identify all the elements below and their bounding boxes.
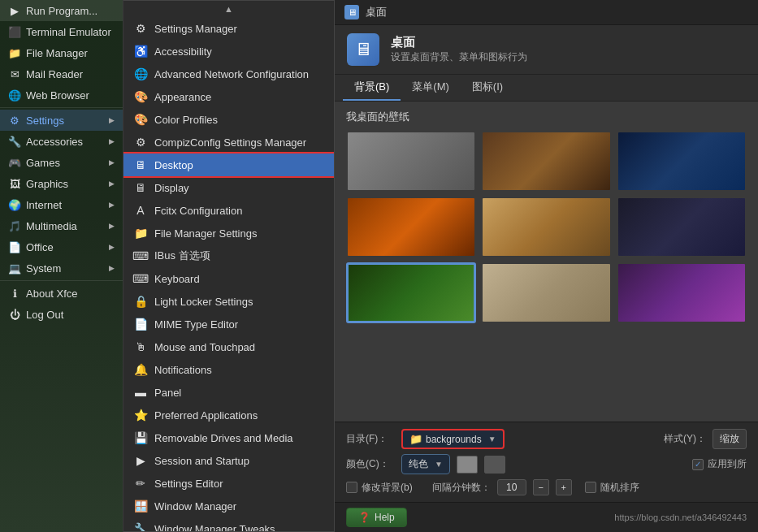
wallpaper-preview-4 — [348, 198, 474, 256]
dropdown-item-preferred-apps[interactable]: ⭐ Preferred Applications — [123, 404, 334, 426]
sidebar-item-internet[interactable]: 🌍 Internet ▶ — [0, 194, 123, 215]
sidebar-item-terminal[interactable]: ⬛ Terminal Emulator — [0, 21, 123, 42]
color-swatch-1[interactable] — [457, 456, 478, 474]
sidebar-item-about[interactable]: ℹ About Xfce — [0, 283, 123, 304]
sidebar-item-run-program[interactable]: ▶ Run Program... — [0, 0, 123, 21]
sidebar-item-system[interactable]: 💻 System ▶ — [0, 257, 123, 279]
modify-bg-checkbox[interactable] — [346, 482, 357, 493]
wallpaper-preview-7 — [349, 265, 474, 321]
sidebar-item-graphics[interactable]: 🖼 Graphics ▶ — [0, 173, 123, 194]
dropdown-item-light-locker[interactable]: 🔒 Light Locker Settings — [123, 290, 334, 313]
panel-icon: ▬ — [133, 385, 148, 400]
dropdown-item-desktop[interactable]: 🖥 Desktop — [123, 154, 334, 176]
sidebar-item-games[interactable]: 🎮 Games ▶ — [0, 152, 123, 173]
dropdown-item-mouse[interactable]: 🖱 Mouse and Touchpad — [123, 335, 334, 358]
folder-small-icon: 📁 — [409, 433, 422, 445]
sidebar-item-multimedia[interactable]: 🎵 Multimedia ▶ — [0, 215, 123, 236]
interval-decrement-button[interactable]: − — [533, 479, 549, 495]
wallpaper-thumb-6[interactable] — [617, 197, 747, 257]
settings-arrow-icon: ▶ — [109, 116, 115, 124]
apply-to-label[interactable]: 应用到所 — [692, 457, 747, 471]
run-icon: ▶ — [8, 4, 21, 17]
random-sort-checkbox[interactable] — [585, 482, 596, 493]
dropdown-item-display[interactable]: 🖥 Display — [123, 176, 334, 199]
sidebar-item-file-manager[interactable]: 📁 File Manager — [0, 42, 123, 63]
dropdown-item-settings-manager[interactable]: ⚙ Settings Manager — [123, 17, 334, 40]
about-icon: ℹ — [8, 287, 21, 300]
dropdown-item-window-manager[interactable]: 🪟 Window Manager — [123, 495, 334, 517]
dropdown-item-ibus[interactable]: ⌨ IBus 首选项 — [123, 244, 334, 267]
scroll-up-arrow[interactable]: ▲ — [123, 1, 334, 17]
dropdown-item-compiz[interactable]: ⚙ CompizConfig Settings Manager — [123, 131, 334, 154]
sidebar: ▶ Run Program... ⬛ Terminal Emulator 📁 F… — [0, 0, 123, 532]
sidebar-item-logout[interactable]: ⏻ Log Out — [0, 304, 123, 325]
wallpaper-thumb-1[interactable] — [346, 131, 476, 192]
internet-arrow-icon: ▶ — [109, 201, 115, 209]
wallpaper-grid — [346, 131, 747, 323]
tabs-bar: 背景(B) 菜单(M) 图标(I) — [335, 75, 758, 102]
games-icon: 🎮 — [8, 156, 21, 169]
settings-manager-icon: ⚙ — [133, 21, 148, 36]
display-icon: 🖥 — [133, 180, 148, 195]
color-icon: 🎨 — [133, 112, 148, 127]
wallpaper-thumb-5[interactable] — [481, 197, 611, 257]
accessories-arrow-icon: ▶ — [109, 137, 115, 145]
interval-input[interactable] — [497, 479, 526, 495]
wm-tweaks-icon: 🔧 — [133, 521, 148, 532]
folder-dropdown[interactable]: 📁 backgrounds ▼ — [401, 429, 505, 449]
sidebar-item-mail-reader[interactable]: ✉ Mail Reader — [0, 63, 123, 84]
color-swatch-2[interactable] — [484, 456, 505, 474]
internet-icon: 🌍 — [8, 198, 21, 211]
dropdown-item-removable-drives[interactable]: 💾 Removable Drives and Media — [123, 426, 334, 449]
compiz-icon: ⚙ — [133, 135, 148, 149]
dropdown-item-mime-type[interactable]: 📄 MIME Type Editor — [123, 313, 334, 335]
ibus-icon: ⌨ — [133, 249, 148, 263]
color-dropdown[interactable]: 纯色 ▼ — [401, 454, 450, 474]
session-icon: ▶ — [133, 453, 148, 468]
tab-menu[interactable]: 菜单(M) — [401, 75, 461, 101]
apply-to-checkbox[interactable] — [692, 459, 704, 470]
folder-dropdown-arrow: ▼ — [488, 435, 496, 443]
app-icon: 🖥 — [347, 33, 379, 66]
tab-background[interactable]: 背景(B) — [343, 75, 401, 101]
office-icon: 📄 — [8, 240, 21, 253]
wallpaper-thumb-2[interactable] — [481, 131, 611, 192]
wallpaper-preview-3 — [618, 132, 745, 190]
dropdown-item-accessibility[interactable]: ♿ Accessibility — [123, 40, 334, 63]
wallpaper-thumb-4[interactable] — [346, 197, 476, 257]
sidebar-item-settings[interactable]: ⚙ Settings ▶ — [0, 110, 123, 131]
sidebar-item-accessories[interactable]: 🔧 Accessories ▶ — [0, 131, 123, 152]
tab-icons[interactable]: 图标(I) — [461, 75, 514, 101]
random-sort-label[interactable]: 随机排序 — [585, 481, 639, 495]
help-button[interactable]: ❓ Help — [346, 508, 407, 527]
accessories-icon: 🔧 — [8, 135, 21, 148]
dropdown-item-notifications[interactable]: 🔔 Notifications — [123, 358, 334, 381]
wallpaper-thumb-3[interactable] — [617, 131, 747, 192]
dropdown-item-advanced-network[interactable]: 🌐 Advanced Network Configuration — [123, 63, 334, 85]
modify-bg-checkbox-label[interactable]: 修改背景(b) — [346, 481, 413, 495]
sidebar-item-web-browser[interactable]: 🌐 Web Browser — [0, 84, 123, 106]
sidebar-divider-1 — [0, 107, 123, 108]
dropdown-item-keyboard[interactable]: ⌨ Keyboard — [123, 267, 334, 290]
wallpaper-thumb-8[interactable] — [481, 262, 611, 323]
style-button[interactable]: 缩放 — [713, 429, 747, 449]
dropdown-item-panel[interactable]: ▬ Panel — [123, 381, 334, 404]
browser-icon: 🌐 — [8, 89, 21, 102]
settings-dropdown-menu: ▲ ⚙ Settings Manager ♿ Accessibility 🌐 A… — [123, 0, 335, 532]
sidebar-item-office[interactable]: 📄 Office ▶ — [0, 236, 123, 257]
dropdown-item-session-startup[interactable]: ▶ Session and Startup — [123, 449, 334, 472]
dropdown-item-window-manager-tweaks[interactable]: 🔧 Window Manager Tweaks — [123, 517, 334, 532]
wallpaper-thumb-9[interactable] — [617, 262, 747, 323]
interval-increment-button[interactable]: + — [556, 479, 572, 495]
mail-icon: ✉ — [8, 67, 21, 80]
window-title: 桌面 — [366, 5, 387, 19]
wallpaper-preview-6 — [618, 198, 745, 256]
wallpaper-thumb-7[interactable] — [346, 262, 476, 323]
folder-label: 目录(F)： — [346, 432, 395, 446]
dropdown-item-appearance[interactable]: 🎨 Appearance — [123, 85, 334, 108]
app-subtitle: 设置桌面背景、菜单和图标行为 — [391, 50, 527, 64]
dropdown-item-color-profiles[interactable]: 🎨 Color Profiles — [123, 108, 334, 131]
dropdown-item-file-manager-settings[interactable]: 📁 File Manager Settings — [123, 222, 334, 244]
dropdown-item-fcitx[interactable]: A Fcitx Configuration — [123, 199, 334, 222]
dropdown-item-settings-editor[interactable]: ✏ Settings Editor — [123, 472, 334, 495]
